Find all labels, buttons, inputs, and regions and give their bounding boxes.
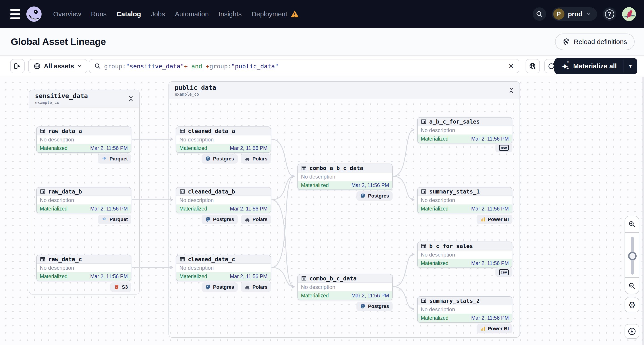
kind-badge-polars: Polars (241, 215, 271, 224)
toggle-sidebar-button[interactable] (10, 59, 24, 73)
postgres-icon (360, 193, 366, 199)
materialize-options-caret[interactable]: ▾ (624, 58, 637, 74)
table-icon (40, 188, 46, 194)
asset-node-b-c-for-sales[interactable]: b_c_for_sales No description Materialize… (417, 242, 512, 268)
reload-definitions-button[interactable]: Reload definitions (555, 34, 635, 50)
group-location: example_co (35, 100, 128, 105)
user-avatar[interactable] (622, 7, 636, 21)
asset-description: No description (418, 196, 512, 204)
sparkles-icon: ✦ ✦ ✦ (561, 61, 570, 71)
badge-row: Postgres (298, 191, 392, 201)
asset-description: No description (298, 172, 392, 181)
asset-name: summary_stats_1 (429, 188, 480, 195)
chevron-down-icon (586, 12, 591, 17)
asset-node-summary-stats-1[interactable]: summary_stats_1 No description Materiali… (417, 187, 512, 214)
nav-item-catalog[interactable]: Catalog (116, 10, 141, 18)
asset-name: raw_data_c (48, 256, 82, 262)
asset-description: No description (37, 196, 131, 204)
materialize-all-button[interactable]: ✦ ✦ ✦ Materialize all (554, 58, 623, 74)
deployment-avatar: P (553, 8, 564, 20)
asset-node-cleaned-data-a[interactable]: cleaned_data_a No description Materializ… (176, 126, 271, 153)
asset-node-a-b-c-for-sales[interactable]: a_b_c_for_sales No description Materiali… (417, 117, 512, 144)
badge-row: Postgres Polars (176, 154, 271, 164)
zoom-out-icon (628, 282, 636, 289)
powerbi-icon (480, 326, 486, 331)
asset-node-combo-a-b-c-data[interactable]: combo_a_b_c_data No description Material… (298, 164, 392, 190)
page-title: Global Asset Lineage (11, 36, 106, 47)
badge-row: Parquet (36, 154, 132, 164)
asset-description: No description (37, 136, 131, 144)
asset-name: a_b_c_for_sales (429, 118, 480, 125)
download-graph-button[interactable] (624, 324, 639, 339)
reload-cube-icon (563, 38, 570, 46)
asset-node-raw-data-a[interactable]: raw_data_a No description MaterializedMa… (36, 126, 132, 153)
search-icon (94, 63, 101, 70)
kind-badge-parquet: Parquet (98, 215, 132, 224)
search-icon (536, 10, 543, 18)
hamburger-menu-icon[interactable] (10, 9, 22, 19)
nav-item-overview[interactable]: Overview (53, 10, 81, 18)
deployment-name: prod (568, 10, 582, 18)
powerbi-icon (480, 217, 486, 222)
badge-row: Parquet (36, 215, 132, 224)
badge-row: Power BI (417, 215, 512, 224)
table-icon (421, 188, 426, 194)
asset-node-raw-data-b[interactable]: raw_data_b No description MaterializedMa… (36, 187, 132, 214)
query-text: group:"sensitive_data"+ and +group:"publ… (104, 63, 505, 70)
asset-node-cleaned-data-c[interactable]: cleaned_data_c No description Materializ… (176, 255, 271, 281)
status-label: Materialized (40, 145, 68, 151)
nav-item-automation[interactable]: Automation (175, 10, 209, 18)
asset-node-summary-stats-2[interactable]: summary_stats_2 No description Materiali… (417, 296, 512, 323)
kind-badge-csv: csv (496, 143, 512, 152)
status-label: Materialized (180, 145, 207, 151)
kind-badge-postgres: Postgres (202, 215, 238, 224)
nav-item-runs[interactable]: Runs (91, 10, 106, 18)
asset-name: cleaned_data_b (188, 188, 235, 195)
search-button[interactable] (533, 7, 546, 21)
nav-item-deployment[interactable]: Deployment (252, 10, 299, 18)
asset-search-input[interactable]: group:"sensitive_data"+ and +group:"publ… (89, 59, 519, 73)
chevron-down-icon (77, 64, 82, 68)
graph-settings-button[interactable]: ⚙ (624, 298, 639, 312)
kind-badge-postgres: Postgres (356, 191, 392, 201)
parquet-icon (102, 156, 107, 162)
postgres-icon (360, 304, 366, 309)
asset-name: cleaned_data_a (188, 128, 235, 134)
collapse-group-icon[interactable] (128, 96, 134, 102)
asset-name: raw_data_b (48, 188, 82, 195)
deployment-switcher[interactable]: P prod (552, 7, 597, 21)
nav-item-jobs[interactable]: Jobs (151, 10, 165, 18)
help-button[interactable]: ? (603, 7, 616, 21)
zoom-slider-thumb[interactable] (628, 252, 637, 260)
kind-badge-postgres: Postgres (202, 154, 238, 164)
kind-badge-powerbi: Power BI (477, 215, 512, 224)
status-timestamp: Mar 2, 11:56 PM (471, 206, 509, 212)
table-icon (180, 188, 185, 194)
gear-icon: ⚙ (628, 301, 636, 309)
badge-row: csv (417, 143, 512, 152)
kind-badge-parquet: Parquet (98, 154, 132, 164)
filter-groups-button[interactable] (526, 59, 540, 73)
lineage-canvas[interactable]: sensitive_data example_co public_data ex… (0, 77, 644, 345)
asset-node-raw-data-c[interactable]: raw_data_c No description MaterializedMa… (36, 255, 132, 281)
question-icon: ? (605, 10, 614, 19)
status-label: Materialized (301, 293, 329, 299)
collapse-group-icon[interactable] (509, 87, 514, 93)
vertical-scrollbar[interactable] (642, 77, 644, 345)
csv-icon: csv (499, 269, 509, 275)
status-timestamp: Mar 2, 11:56 PM (230, 206, 268, 212)
asset-name: cleaned_data_c (188, 256, 235, 262)
asset-node-cleaned-data-b[interactable]: cleaned_data_b No description Materializ… (176, 187, 271, 214)
asset-scope-dropdown[interactable]: All assets (28, 59, 87, 73)
zoom-out-button[interactable] (625, 277, 639, 294)
table-icon (40, 128, 46, 134)
dagster-logo[interactable] (26, 6, 42, 22)
asset-node-combo-b-c-data[interactable]: combo_b_c_data No description Materializ… (298, 274, 392, 300)
zoom-in-button[interactable] (625, 216, 639, 232)
clear-search-icon[interactable]: ✕ (508, 62, 514, 70)
octopus-icon (26, 6, 42, 22)
status-label: Materialized (180, 274, 207, 280)
nav-item-insights[interactable]: Insights (218, 10, 242, 18)
app-window: Overview Runs Catalog Jobs Automation In… (0, 0, 644, 345)
table-icon (180, 128, 185, 134)
